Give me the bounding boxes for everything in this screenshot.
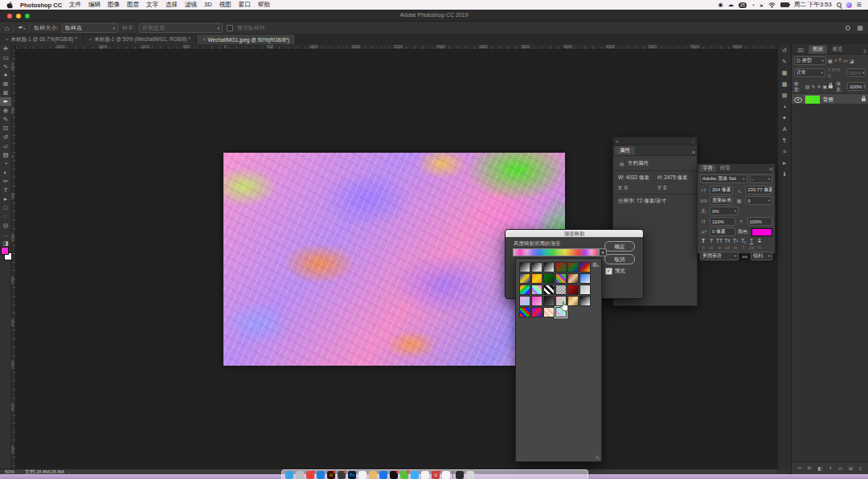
gradient-tool[interactable]: ▤ <box>0 150 11 159</box>
tab-3d[interactable]: 3D <box>793 47 808 54</box>
close-tab-icon[interactable]: × <box>89 37 92 42</box>
quick-selection-tool[interactable]: ✦ <box>0 71 11 80</box>
foreground-color-swatch[interactable] <box>1 247 9 255</box>
dock-finder[interactable] <box>285 471 293 479</box>
lock-artboard-icon[interactable]: ▣ <box>823 84 828 89</box>
apple-logo-icon[interactable] <box>6 2 13 9</box>
horizontal-ruler[interactable]: -2000-1500-1000-500050010001500200025003… <box>16 44 778 50</box>
filter-adjustment-layers-icon[interactable]: ◑ <box>834 58 837 63</box>
tab-character[interactable]: 字符 <box>699 165 716 172</box>
menubar-app-name[interactable]: Photoshop CC <box>20 2 62 9</box>
leading-field[interactable]: 233.77 像素▾ <box>745 186 772 194</box>
vertical-scale-field[interactable]: 110% <box>710 217 735 226</box>
filter-shape-layers-icon[interactable]: ▭ <box>843 58 848 63</box>
paragraph-panel-icon[interactable]: ¶ <box>783 137 786 144</box>
menu-file[interactable]: 文件 <box>69 1 81 9</box>
wifi-icon[interactable] <box>768 2 776 8</box>
clock-status-icon[interactable]: ◔ <box>751 2 755 8</box>
tab-channels[interactable]: 通道 <box>828 45 846 54</box>
ok-button[interactable]: 确定 <box>604 241 635 252</box>
preset-pastel-yellow-pink[interactable] <box>543 307 555 317</box>
dialog-title[interactable]: 渐变映射 <box>506 230 643 237</box>
move-tool[interactable]: ✛ <box>0 44 11 53</box>
faux-italic-button[interactable]: T <box>707 237 715 244</box>
lock-position-icon[interactable]: ✛ <box>817 84 821 89</box>
layer-visibility-icon[interactable] <box>794 97 802 103</box>
clone-stamp-tool[interactable]: ⊡ <box>0 124 11 133</box>
actions-panel-icon[interactable]: ▸ <box>783 160 786 166</box>
preset-gray-white[interactable] <box>579 285 591 295</box>
menu-select[interactable]: 选择 <box>166 1 178 9</box>
preset-black-white[interactable] <box>543 262 555 272</box>
horizontal-scale-field[interactable]: 100% <box>747 217 773 226</box>
dock-illustrator[interactable]: Ai <box>327 471 335 479</box>
opacity-field[interactable]: 100%▾ <box>846 68 866 77</box>
dock-app-red[interactable] <box>306 471 314 479</box>
home-icon[interactable]: ⌂ <box>5 24 9 32</box>
tab-properties[interactable]: 属性 <box>615 146 635 155</box>
preset-red-dark[interactable] <box>567 285 579 295</box>
dodge-tool[interactable]: ◐ <box>0 168 11 177</box>
swash-button[interactable]: sw <box>723 244 731 251</box>
fractions-button[interactable]: ½ <box>755 244 764 251</box>
preset-copper[interactable] <box>567 273 579 284</box>
notification-count-badge[interactable]: 15 <box>739 2 747 8</box>
rectangle-tool[interactable]: □ <box>0 203 11 212</box>
cancel-button[interactable]: 取消 <box>604 254 635 264</box>
underline-button[interactable]: T <box>747 237 755 244</box>
adjustments-panel-icon[interactable]: ◑ <box>783 104 786 110</box>
tab-wechatimg1[interactable]: ×WechatIMG1.jpeg @ 50%(RGB/8*) <box>197 35 296 44</box>
close-icon[interactable]: × <box>616 139 619 144</box>
font-family-select[interactable]: Adobe 黑体 Std▾ <box>700 174 747 183</box>
search-icon[interactable] <box>845 26 850 31</box>
menu-view[interactable]: 视图 <box>219 1 231 9</box>
preset-magenta-pink[interactable] <box>531 296 542 306</box>
preset-gold[interactable] <box>567 296 579 306</box>
record-status-icon[interactable]: ◉ <box>719 2 723 8</box>
preview-checkbox[interactable]: ✓ <box>605 268 612 275</box>
delete-layer-icon[interactable]: ▯ <box>859 465 862 471</box>
patterns-panel-icon[interactable]: ▩ <box>782 81 788 88</box>
preset-violet-green-orange[interactable] <box>555 273 567 284</box>
dock-notes[interactable] <box>358 471 366 479</box>
picker-gear-icon[interactable]: ⚙▾ <box>592 262 599 268</box>
preset-green-dark[interactable] <box>543 273 555 284</box>
battery-icon[interactable] <box>780 2 789 8</box>
character-panel-icon[interactable]: A <box>783 126 787 133</box>
new-layer-icon[interactable]: ⊞ <box>849 465 853 471</box>
menubar-clock[interactable]: 周二 下午3:53 <box>794 1 832 9</box>
font-size-field[interactable]: 204 像素▾ <box>710 186 733 194</box>
close-tab-icon[interactable]: × <box>203 37 206 42</box>
dock-qq[interactable] <box>390 471 398 479</box>
type-tool[interactable]: T <box>0 186 11 194</box>
filter-type-layers-icon[interactable]: T <box>838 58 841 63</box>
menu-edit[interactable]: 编辑 <box>88 1 100 9</box>
blend-mode-select[interactable]: 正常▾ <box>794 68 825 77</box>
panel-dots-icon[interactable]: ⁚⁚ <box>691 138 694 144</box>
spotlight-search-icon[interactable] <box>837 2 841 7</box>
kerning-field[interactable]: 度量标准▾ <box>710 196 733 205</box>
link-layers-icon[interactable]: ∞ <box>798 465 801 470</box>
preset-blue-yellow-blue[interactable] <box>519 273 530 284</box>
faux-bold-button[interactable]: T <box>699 237 707 244</box>
lasso-tool[interactable]: ∿ <box>0 62 11 71</box>
libraries-panel-icon[interactable]: ≡ <box>783 149 786 155</box>
baseline-shift-field[interactable]: 0 像素 <box>710 227 735 236</box>
discretionary-ligatures-button[interactable]: st <box>715 244 723 251</box>
antialias-select[interactable]: 锐利▾ <box>751 252 772 260</box>
sample-dropdown[interactable]: 所有图层▾ <box>139 23 223 33</box>
sample-size-dropdown[interactable]: 取样点▾ <box>62 23 118 33</box>
gradient-preview-bar[interactable] <box>513 248 599 256</box>
preset-rgb-stripes[interactable] <box>519 307 530 317</box>
layer-effects-icon[interactable]: fx <box>808 465 812 470</box>
preset-red-green-blue[interactable] <box>567 262 579 272</box>
filter-smart-objects-icon[interactable]: ◪ <box>850 58 854 63</box>
eyedropper-options-icon[interactable]: ✒▾ <box>18 24 25 31</box>
cloud-status-icon[interactable]: ☁ <box>728 2 734 8</box>
preset-bw-stripes[interactable] <box>543 285 555 295</box>
dock-messages[interactable] <box>411 471 419 479</box>
menu-3d[interactable]: 3D <box>204 1 212 9</box>
info-panel-icon[interactable]: ℹ <box>784 171 786 178</box>
preset-purple-red-blue[interactable] <box>531 307 542 317</box>
preset-blue-red-yellow[interactable] <box>579 262 591 272</box>
